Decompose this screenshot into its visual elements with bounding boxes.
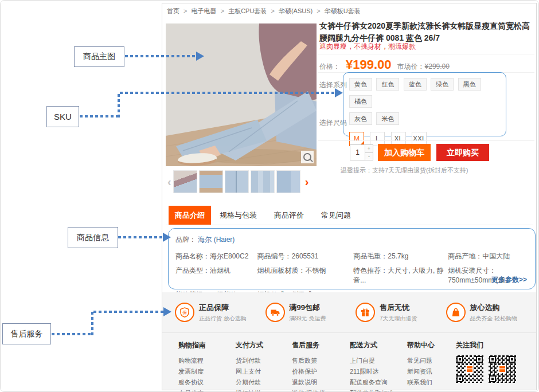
breadcrumb-separator: > [221, 7, 224, 14]
divider [318, 54, 534, 54]
service-title: 满99包邮 [290, 303, 326, 313]
color-options-row-2: 灰色 米色 [349, 112, 506, 130]
footer-link[interactable]: 发票制度 [178, 366, 236, 377]
add-to-cart-button[interactable]: 加入购物车 [378, 144, 431, 161]
service-easy-shopping: 放心选购 品类齐全 轻松购物 [446, 303, 537, 323]
service-desc: 满99元 免运费 [290, 315, 326, 323]
qr-code-2 [489, 355, 516, 383]
breadcrumb-subcategory[interactable]: 主板CPU套装 [228, 7, 267, 14]
price-label: 价格： [319, 62, 340, 72]
footer-col-follow-us: 关注我们 [456, 340, 516, 392]
breadcrumb-home[interactable]: 首页 [167, 7, 179, 14]
footer-link[interactable]: 配送服务查询 [350, 377, 407, 388]
footer-link[interactable]: 新闻资讯 [407, 366, 456, 377]
footer-link[interactable]: 常见问题 [407, 355, 456, 366]
qr-logo-icon [466, 365, 474, 373]
quantity-decrease-button[interactable]: - [365, 153, 373, 160]
bag-icon [446, 303, 466, 322]
color-option-red[interactable]: 红色 [376, 78, 399, 91]
product-promo-text: 遮肉显瘦，不挑身材，潮流爆款 [319, 42, 416, 52]
sku-selection-box: 黄色 红色 蓝色 绿色 黑色 橘色 灰色 米色 M L XL XXL [343, 72, 506, 136]
footer-link[interactable]: 售后政策 [292, 355, 350, 366]
magnifier-icon[interactable] [301, 151, 314, 163]
breadcrumb-category[interactable]: 电子电器 [192, 7, 217, 14]
footer-link[interactable]: 银行转帐 [236, 388, 292, 392]
color-option-blue[interactable]: 蓝色 [404, 78, 427, 91]
annotation-after-sales-label: 售后服务 [2, 323, 51, 344]
service-free-shipping: 满99包邮 满99元 免运费 [265, 303, 356, 323]
more-params-link[interactable]: 更多参数>> [491, 275, 527, 285]
gift-icon [356, 303, 375, 322]
quantity-increase-button[interactable]: + [365, 145, 373, 153]
service-desc: 7天无理由退货 [380, 315, 417, 323]
breadcrumb-separator: > [183, 7, 187, 14]
thumbnail-4[interactable] [251, 170, 275, 193]
service-title: 售后无忧 [380, 303, 417, 313]
thumbnail-2[interactable] [199, 170, 223, 193]
color-options-row-1: 黄色 红色 蓝色 绿色 黑色 橘色 [349, 78, 506, 112]
footer-link[interactable]: 货到付款 [236, 355, 292, 366]
thumbnail-1[interactable] [173, 170, 197, 193]
annotation-arrow-line [118, 236, 163, 238]
service-desc: 品类齐全 轻松购物 [470, 315, 518, 323]
footer-link[interactable]: 211限时达 [350, 366, 407, 377]
screenshot-canvas: 首页 > 电子电器 > 主板CPU套装 > 华硕(ASUS) > 华硕板U套装 [0, 0, 539, 392]
qr-code-1 [456, 355, 483, 383]
annotation-arrow-line [118, 94, 120, 117]
footer-link[interactable]: 网上支付 [236, 366, 292, 377]
thumbnail-3[interactable] [225, 170, 249, 193]
tab-product-intro[interactable]: 商品介绍 [169, 206, 211, 225]
footer-link[interactable]: 会员优惠 [178, 388, 236, 392]
color-option-black[interactable]: 黑色 [458, 78, 481, 91]
svg-text:保: 保 [182, 310, 187, 315]
thumbnail-5[interactable] [276, 170, 300, 193]
footer-link[interactable]: 分期付款 [236, 377, 292, 388]
color-option-green[interactable]: 绿色 [431, 78, 454, 91]
buy-now-button[interactable]: 立即购买 [436, 144, 489, 161]
service-desc: 正品行货 放心选购 [199, 315, 247, 323]
detail-tabs: 商品介绍 规格与包装 商品评价 常见问题 [166, 206, 533, 225]
product-main-image[interactable] [166, 23, 317, 166]
color-option-beige[interactable]: 米色 [376, 112, 399, 125]
chevron-left-icon[interactable]: ‹ [166, 170, 173, 193]
brand-link[interactable]: 海尔 (Haier) [198, 236, 235, 244]
footer-col-delivery: 配送方式 上门自提 211限时达 配送服务查询 配送费收取标准 海外配送 [350, 340, 407, 392]
footer-link[interactable]: 价格保护 [292, 366, 350, 377]
product-photo-illustration [166, 23, 317, 166]
attr-weight: 商品毛重：25.7kg [353, 252, 448, 261]
color-option-yellow[interactable]: 黄色 [349, 78, 372, 91]
footer-link[interactable]: 服务协议 [178, 377, 236, 388]
color-option-gray[interactable]: 灰色 [349, 112, 372, 125]
annotation-arrow-line [80, 115, 119, 117]
footer-link[interactable]: 返修/退换货 [292, 388, 350, 392]
product-info-box: 品牌： 海尔 (Haier) 商品名称：海尔E800C2 商品编号：260553… [168, 228, 536, 289]
service-guarantees-row: 保 正品保障 正品行货 放心选购 [162, 292, 536, 333]
attr-feature: 特色推荐：大尺寸, 大吸力, 静音... [353, 266, 448, 285]
annotation-main-image-label: 商品主图 [74, 46, 124, 67]
annotation-arrow-line [52, 333, 93, 335]
tab-spec-packaging[interactable]: 规格与包装 [211, 206, 265, 225]
color-option-orange[interactable]: 橘色 [349, 95, 372, 108]
annotation-arrow-line [93, 311, 164, 313]
footer-col-help: 帮助中心 常见问题 新闻资讯 联系我们 [407, 340, 456, 392]
footer-link[interactable]: 配送费收取标准 [350, 388, 407, 392]
breadcrumb-brand[interactable]: 华硕(ASUS) [279, 7, 313, 14]
truck-icon [265, 303, 285, 322]
footer-link[interactable]: 联系我们 [407, 377, 456, 388]
tab-reviews[interactable]: 商品评价 [265, 206, 313, 225]
tab-faq[interactable]: 常见问题 [313, 206, 360, 225]
footer-link[interactable]: 购物流程 [178, 355, 236, 366]
chevron-right-icon[interactable]: › [303, 170, 311, 193]
return-policy-tip: 温馨提示：支持7天无理由退货(拆封后不支持) [341, 166, 468, 175]
attr-panel-material: 烟机面板材质：不锈钢 [257, 266, 354, 285]
product-title: 女裤牛仔裤女2020夏季新款泫雅长裤女韩版显瘦直筒宽松高腰阔腿九分牛仔裤 008… [319, 20, 535, 44]
price-row: 价格： ¥199.00 市场价：¥299.00 [319, 57, 450, 72]
annotation-product-info-label: 商品信息 [68, 227, 118, 248]
footer-link[interactable]: 退款说明 [292, 377, 350, 388]
service-title: 正品保障 [199, 303, 247, 313]
market-price: 市场价：¥299.00 [397, 62, 450, 72]
qr-logo-icon [498, 365, 506, 373]
service-authentic: 保 正品保障 正品行货 放心选购 [175, 303, 265, 323]
footer-link[interactable]: 上门自提 [350, 355, 407, 366]
brand-label: 品牌： [175, 236, 196, 244]
